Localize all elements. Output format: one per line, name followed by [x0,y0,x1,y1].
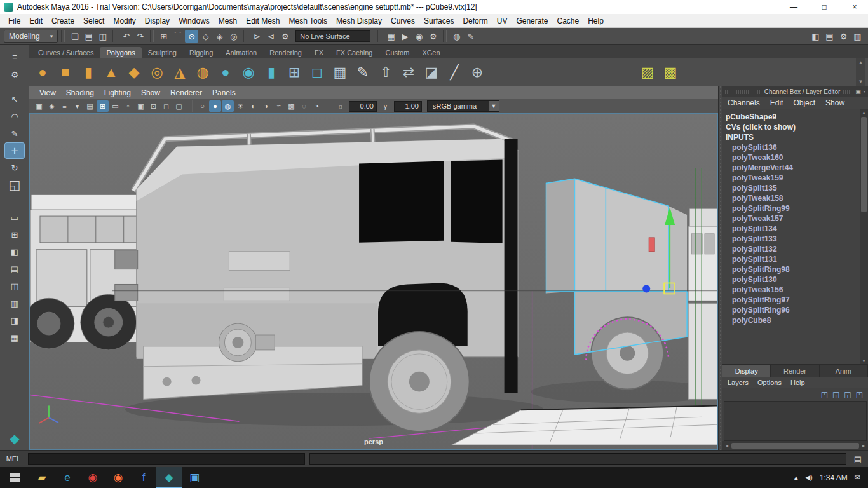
multisample-icon[interactable]: ▩ [285,100,297,112]
output-connections-icon[interactable]: ⊲ [264,30,278,43]
channel-input-item[interactable]: polyTweak160 [726,152,858,163]
clock[interactable]: 1:34 AM [820,473,848,482]
new-layer-from-selected-icon[interactable]: ◳ [856,390,863,399]
gamma-icon[interactable]: γ [379,100,391,112]
panel-menu-shading[interactable]: Shading [61,88,99,97]
shelf-menu-icon[interactable]: ≡ [8,50,22,63]
shaded-icon[interactable]: ● [209,100,221,112]
input-connections-icon[interactable]: ⊳ [250,30,264,43]
panel-menu-view[interactable]: View [34,88,61,97]
snap-to-object-icon[interactable]: ◈ [213,30,226,43]
menu-display[interactable]: Display [140,14,174,27]
scrollbar-thumb[interactable] [861,117,867,212]
shelf-tab-sculpting[interactable]: Sculpting [142,47,183,58]
exposure-icon[interactable]: ☼ [334,100,346,112]
poly-plane-icon[interactable]: ◆ [123,62,145,83]
curve-pencil-icon[interactable]: ✎ [352,62,374,83]
poly-cone-icon[interactable]: ▲ [100,62,122,83]
cb-menu-channels[interactable]: Channels [728,98,760,107]
script-editor-icon[interactable]: ▤ [851,452,865,465]
layout-single-pane[interactable]: ▭ [5,210,24,225]
menu-help[interactable]: Help [583,14,608,27]
image-plane-icon[interactable]: ▤ [84,100,96,112]
menu-cache[interactable]: Cache [552,14,583,27]
channel-input-item[interactable]: polySplitRing99 [726,203,858,214]
layout-persp-outliner[interactable]: ◧ [5,244,24,259]
channel-input-item[interactable]: polySplit131 [726,254,858,264]
cb-menu-object[interactable]: Object [793,98,815,107]
lock-camera-icon[interactable]: ◈ [46,100,58,112]
poly-torus-icon[interactable]: ◎ [146,62,168,83]
paint-effects-icon[interactable]: ✎ [464,30,477,43]
construction-history-icon[interactable]: ⚙ [278,30,292,43]
layout-three-split[interactable]: ▥ [5,295,24,311]
shelf-tab-curves-surfaces[interactable]: Curves / Surfaces [32,47,100,58]
viewport-3d-scene[interactable]: persp [29,113,718,450]
snap-to-grid-icon[interactable]: ⊞ [157,30,170,43]
poly-cube-icon[interactable]: ■ [55,62,76,83]
layer-list-area[interactable] [724,401,867,441]
render-settings-icon[interactable]: ⚙ [426,30,440,43]
menu-mesh[interactable]: Mesh [214,14,241,27]
menu-generate[interactable]: Generate [512,14,552,27]
gate-mask-icon[interactable]: ▣ [135,100,147,112]
channel-input-item[interactable]: polySplit130 [726,274,858,285]
channel-input-item[interactable]: polySplitRing98 [726,264,858,274]
scroll-down-icon[interactable]: ▼ [858,79,864,85]
scale-tool[interactable]: ◱ [5,177,24,193]
scroll-right-icon[interactable]: ► [860,444,867,448]
poly-sphere-icon[interactable]: ● [32,62,53,83]
chrome-icon[interactable]: ◉ [80,467,105,488]
shelf-tab-rigging[interactable]: Rigging [183,47,219,58]
menu-mesh-display[interactable]: Mesh Display [332,14,386,27]
channel-input-item[interactable]: polyTweak156 [726,285,858,295]
undo-icon[interactable]: ↶ [119,30,133,43]
redo-icon[interactable]: ↷ [133,30,147,43]
shelf-tab-polygons[interactable]: Polygons [100,47,141,58]
layer-menu-help[interactable]: Help [790,379,805,386]
panel-menu-panels[interactable]: Panels [207,88,241,97]
gamma-field[interactable] [394,101,422,112]
snap-to-curve-icon[interactable]: ⌒ [171,30,184,43]
action-center-icon[interactable]: ✉ [855,473,860,482]
channel-list-scrollbar[interactable]: ▲ ▼ [860,109,868,364]
scroll-up-icon[interactable]: ▲ [858,60,864,65]
ipr-render-icon[interactable]: ◉ [412,30,426,43]
menu-edit[interactable]: Edit [25,14,47,27]
menu-file[interactable]: File [4,14,25,27]
channel-input-item[interactable]: polyTweak158 [726,193,858,203]
panel-drag-dots[interactable] [843,90,852,94]
uv-grid-icon[interactable]: ▩ [660,62,681,83]
channel-input-item[interactable]: polySplit132 [726,244,858,254]
camera-attributes-icon[interactable]: ≡ [58,100,71,112]
maya-emblem-icon[interactable]: ◆ [5,431,24,446]
bookmarks-icon[interactable]: ▾ [71,100,83,112]
open-scene-icon[interactable]: ▤ [82,30,95,43]
cube-wire-icon[interactable]: ◻ [306,62,328,83]
screen-space-ao-icon[interactable]: ◑ [260,100,272,112]
command-input-field[interactable] [28,453,305,465]
layout-two-side-by-side[interactable]: ◫ [5,278,24,294]
layout-outliner-persp[interactable]: ◨ [5,313,24,328]
attribute-editor-toggle-icon[interactable]: ▤ [823,30,836,43]
exposure-field[interactable] [349,101,377,112]
make-live-icon[interactable]: ◎ [227,30,240,43]
save-scene-icon[interactable]: ◫ [96,30,109,43]
file-explorer-icon[interactable]: ▰ [29,467,55,488]
panel-resize-handle[interactable] [718,86,722,450]
maya-taskbar-icon[interactable]: ◆ [156,467,182,488]
wireframe-icon[interactable]: ○ [196,100,208,112]
close-panel-icon[interactable]: ▫ [864,88,865,95]
menu-uv[interactable]: UV [492,14,512,27]
maximize-button[interactable]: □ [811,0,837,14]
edge-icon[interactable]: e [55,467,80,488]
poly-pipe-icon[interactable]: ◍ [192,62,214,83]
target-weld-icon[interactable]: ⊕ [466,62,488,83]
use-all-lights-icon[interactable]: ☀ [234,100,247,112]
select-camera-icon[interactable]: ▣ [33,100,45,112]
shelf-tab-rendering[interactable]: Rendering [263,47,308,58]
xray-icon[interactable]: ◌ [298,100,310,112]
layer-tab-render[interactable]: Render [771,365,819,377]
shape-node-label[interactable]: pCubeShape9 [726,112,858,122]
sphere-wire-icon[interactable]: ◉ [238,62,259,83]
